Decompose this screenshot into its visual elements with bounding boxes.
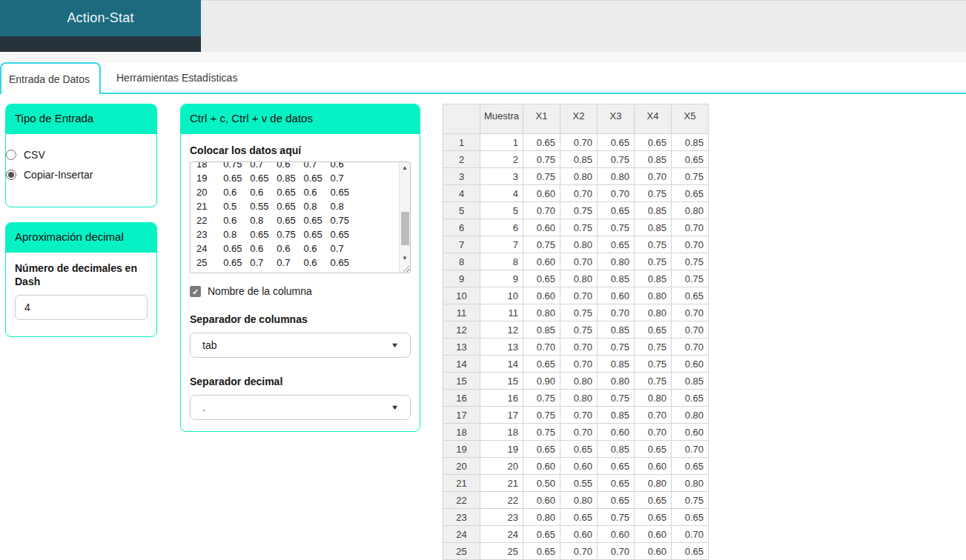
table-cell[interactable]: 0.70	[672, 304, 709, 321]
table-cell[interactable]: 10	[480, 287, 523, 304]
table-cell[interactable]: 0.70	[672, 526, 709, 543]
table-cell[interactable]: 0.85	[635, 219, 672, 236]
table-cell[interactable]: 0.65	[523, 134, 560, 151]
table-cell[interactable]: 11	[480, 304, 523, 321]
table-cell[interactable]: 0.60	[598, 526, 635, 543]
scroll-down-icon[interactable]: ▼	[400, 254, 410, 263]
table-cell[interactable]: 0.80	[672, 407, 709, 424]
table-cell[interactable]: 0.65	[560, 441, 598, 458]
table-cell[interactable]: 0.65	[598, 492, 635, 509]
table-cell[interactable]: 0.75	[635, 253, 672, 270]
table-cell[interactable]: 0.80	[635, 304, 672, 321]
table-cell[interactable]: 7	[480, 236, 523, 253]
table-cell[interactable]: 0.75	[523, 236, 560, 253]
table-cell[interactable]: 0.85	[598, 407, 635, 424]
table-cell[interactable]: 0.80	[560, 236, 598, 253]
table-cell[interactable]: 17	[480, 407, 523, 424]
table-cell[interactable]: 0.75	[523, 168, 560, 185]
table-cell[interactable]: 1	[480, 134, 523, 151]
table-cell[interactable]: 24	[480, 526, 523, 543]
table-cell[interactable]: 0.65	[635, 441, 672, 458]
table-cell[interactable]: 0.60	[523, 287, 560, 304]
table-cell[interactable]: 0.70	[635, 407, 672, 424]
table-cell[interactable]: 15	[480, 373, 523, 390]
table-cell[interactable]: 0.65	[672, 390, 709, 407]
scroll-up-icon[interactable]: ▲	[400, 164, 410, 173]
table-cell[interactable]: 0.60	[598, 287, 635, 304]
table-cell[interactable]: 0.65	[672, 185, 709, 202]
table-cell[interactable]: 0.70	[523, 339, 560, 356]
table-cell[interactable]: 0.70	[672, 441, 709, 458]
table-cell[interactable]: 0.80	[523, 304, 560, 321]
textarea-scrollbar[interactable]: ▲ ▼	[399, 162, 410, 273]
table-cell[interactable]: 23	[480, 509, 523, 526]
table-cell[interactable]: 0.75	[672, 168, 709, 185]
table-cell[interactable]: 0.70	[560, 339, 598, 356]
table-cell[interactable]: 0.60	[523, 253, 560, 270]
table-cell[interactable]: 0.80	[598, 373, 635, 390]
table-cell[interactable]: 0.75	[598, 151, 635, 168]
tab-herramientas-estadisticas[interactable]: Herramientas Estadísticas	[107, 62, 246, 93]
table-cell[interactable]: 0.75	[635, 236, 672, 253]
table-cell[interactable]: 0.65	[598, 236, 635, 253]
table-cell[interactable]: 25	[480, 543, 523, 560]
table-cell[interactable]: 0.60	[635, 526, 672, 543]
table-cell[interactable]: 19	[480, 441, 523, 458]
table-cell[interactable]: 0.70	[598, 543, 635, 560]
table-cell[interactable]: 0.70	[560, 356, 598, 373]
tab-entrada-de-datos[interactable]: Entrada de Datos	[0, 62, 101, 94]
table-cell[interactable]: 0.70	[560, 253, 598, 270]
decimals-input[interactable]	[15, 295, 148, 320]
table-cell[interactable]: 0.85	[635, 270, 672, 287]
table-cell[interactable]: 0.75	[635, 356, 672, 373]
table-cell[interactable]: 0.85	[598, 356, 635, 373]
table-cell[interactable]: 0.70	[598, 185, 635, 202]
table-cell[interactable]: 5	[480, 202, 523, 219]
table-cell[interactable]: 0.75	[635, 339, 672, 356]
table-cell[interactable]: 0.65	[635, 321, 672, 339]
table-cell[interactable]: 0.65	[523, 526, 560, 543]
table-cell[interactable]: 0.60	[560, 526, 598, 543]
column-separator-select[interactable]: tab ▼	[190, 333, 411, 358]
table-cell[interactable]: 0.70	[560, 407, 598, 424]
table-cell[interactable]: 0.80	[672, 475, 709, 492]
column-name-checkbox-row[interactable]: ✓ Nombre de la columna	[190, 285, 411, 297]
table-cell[interactable]: 0.80	[672, 202, 709, 219]
table-cell[interactable]: 0.80	[635, 475, 672, 492]
radio-option-copiar-insertar[interactable]: Copiar-Insertar	[6, 169, 156, 181]
table-cell[interactable]: 0.70	[560, 185, 598, 202]
table-cell[interactable]: 0.70	[560, 543, 598, 560]
table-cell[interactable]: 0.70	[560, 287, 598, 304]
table-cell[interactable]: 0.80	[560, 390, 598, 407]
table-cell[interactable]: 0.65	[523, 356, 560, 373]
table-cell[interactable]: 0.65	[560, 509, 598, 526]
table-cell[interactable]: 20	[480, 458, 523, 475]
table-cell[interactable]: 16	[480, 390, 523, 407]
table-cell[interactable]: 9	[480, 270, 523, 287]
table-cell[interactable]: 0.65	[523, 441, 560, 458]
table-cell[interactable]: 0.75	[672, 253, 709, 270]
table-cell[interactable]: 4	[480, 185, 523, 202]
table-cell[interactable]: 0.80	[598, 168, 635, 185]
table-cell[interactable]: 0.90	[523, 373, 560, 390]
table-cell[interactable]: 0.60	[560, 458, 598, 475]
table-cell[interactable]: 0.70	[560, 424, 598, 441]
table-cell[interactable]: 0.65	[672, 458, 709, 475]
table-cell[interactable]: 0.65	[672, 543, 709, 560]
table-cell[interactable]: 0.65	[598, 475, 635, 492]
table-cell[interactable]: 0.65	[635, 492, 672, 509]
table-cell[interactable]: 0.75	[598, 390, 635, 407]
table-cell[interactable]: 0.60	[523, 219, 560, 236]
table-cell[interactable]: 0.70	[672, 321, 709, 339]
table-cell[interactable]: 0.60	[672, 356, 709, 373]
table-cell[interactable]: 22	[480, 492, 523, 509]
table-cell[interactable]: 0.70	[523, 202, 560, 219]
table-cell[interactable]: 0.80	[635, 287, 672, 304]
table-cell[interactable]: 0.65	[672, 509, 709, 526]
table-cell[interactable]: 0.55	[560, 475, 598, 492]
table-cell[interactable]: 14	[480, 356, 523, 373]
table-cell[interactable]: 0.65	[598, 134, 635, 151]
table-cell[interactable]: 0.70	[635, 424, 672, 441]
table-cell[interactable]: 0.85	[598, 321, 635, 339]
table-cell[interactable]: 0.50	[523, 475, 560, 492]
